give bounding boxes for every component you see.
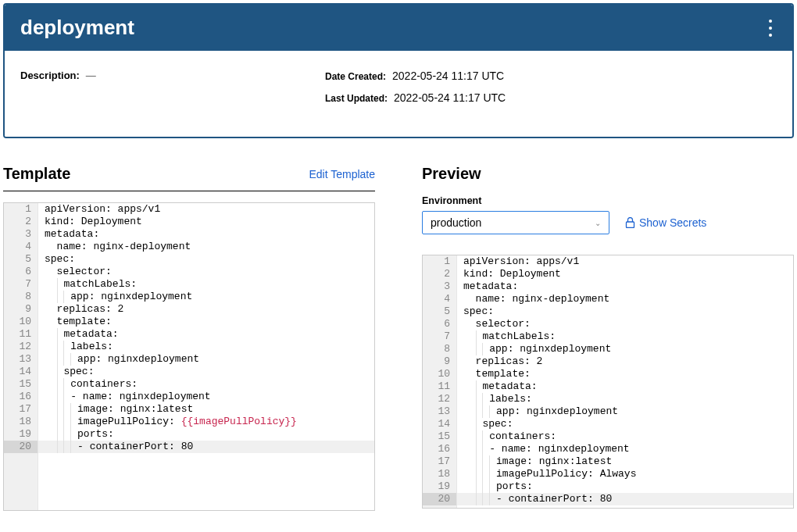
- code-line: 10 template:: [423, 368, 793, 380]
- code-line: 13 app: nginxdeployment: [4, 353, 374, 366]
- code-line: 4 name: nginx-deployment: [423, 293, 793, 305]
- code-line: 5spec:: [4, 253, 374, 266]
- description-field: Description: —: [20, 70, 325, 113]
- code-line: 15 containers:: [423, 430, 793, 443]
- code-line: 12 labels:: [423, 393, 793, 405]
- code-line: 14 spec:: [4, 366, 374, 378]
- code-line: 16 - name: nginxdeployment: [4, 391, 374, 403]
- code-line: 1apiVersion: apps/v1: [4, 203, 374, 216]
- code-line: 16 - name: nginxdeployment: [423, 443, 793, 455]
- code-line: 8 app: nginxdeployment: [423, 343, 793, 355]
- code-line: 5spec:: [423, 305, 793, 318]
- code-line: 14 spec:: [423, 418, 793, 430]
- code-line: 10 template:: [4, 316, 374, 328]
- chevron-down-icon: ⌄: [595, 219, 601, 227]
- content-columns: Template Edit Template 1apiVersion: apps…: [0, 141, 797, 511]
- lock-icon: [625, 217, 634, 228]
- description-value: —: [86, 70, 96, 81]
- card-header: deployment: [5, 5, 792, 51]
- more-actions-icon[interactable]: [764, 18, 777, 38]
- edit-template-link[interactable]: Edit Template: [309, 168, 375, 180]
- description-label: Description:: [20, 70, 80, 81]
- card-body: Description: — Date Created: 2022-05-24 …: [5, 51, 792, 137]
- preview-column: Preview Environment production ⌄ Show Se…: [422, 165, 794, 511]
- date-created-value: 2022-05-24 11:17 UTC: [392, 70, 504, 82]
- code-line: 13 app: nginxdeployment: [423, 405, 793, 418]
- template-heading-row: Template Edit Template: [3, 165, 375, 191]
- code-line: 18 imagePullPolicy: {{imagePullPolicy}}: [4, 416, 374, 428]
- template-code-panel[interactable]: 1apiVersion: apps/v12kind: Deployment3me…: [3, 202, 375, 511]
- code-line: 17 image: nginx:latest: [4, 403, 374, 416]
- code-line: 15 containers:: [4, 378, 374, 391]
- template-heading: Template: [3, 165, 70, 183]
- last-updated-label: Last Updated:: [325, 93, 388, 104]
- code-line: 9 replicas: 2: [423, 355, 793, 368]
- meta-column: Date Created: 2022-05-24 11:17 UTC Last …: [325, 70, 506, 113]
- preview-heading: Preview: [422, 165, 481, 183]
- template-variable: {{imagePullPolicy}}: [181, 416, 297, 427]
- code-line: 18 imagePullPolicy: Always: [423, 468, 793, 480]
- environment-label: Environment: [422, 195, 794, 206]
- code-line: 9 replicas: 2: [4, 303, 374, 316]
- code-line: 6 selector:: [423, 318, 793, 330]
- code-line: 7 matchLabels:: [423, 330, 793, 343]
- code-line: 11 metadata:: [4, 328, 374, 341]
- code-line: 2kind: Deployment: [4, 216, 374, 228]
- code-line: 17 image: nginx:latest: [423, 455, 793, 468]
- resource-card: deployment Description: — Date Created: …: [3, 3, 794, 138]
- code-line: 6 selector:: [4, 266, 374, 278]
- code-line: 7 matchLabels:: [4, 278, 374, 291]
- code-line: 20 - containerPort: 80: [4, 441, 374, 453]
- code-line: 3metadata:: [4, 228, 374, 241]
- code-line: 12 labels:: [4, 341, 374, 353]
- code-line: 8 app: nginxdeployment: [4, 291, 374, 303]
- code-line: 3metadata:: [423, 280, 793, 293]
- environment-select[interactable]: production ⌄: [422, 211, 609, 234]
- code-line: 11 metadata:: [423, 380, 793, 393]
- show-secrets-label: Show Secrets: [639, 216, 706, 229]
- code-line: 19 ports:: [4, 428, 374, 441]
- date-created-label: Date Created:: [325, 71, 386, 82]
- last-updated-row: Last Updated: 2022-05-24 11:17 UTC: [325, 91, 506, 104]
- environment-row: production ⌄ Show Secrets: [422, 211, 794, 234]
- last-updated-value: 2022-05-24 11:17 UTC: [394, 91, 506, 104]
- date-created-row: Date Created: 2022-05-24 11:17 UTC: [325, 70, 506, 82]
- code-line: 20 - containerPort: 80: [423, 493, 793, 505]
- code-line: 1apiVersion: apps/v1: [423, 255, 793, 268]
- template-column: Template Edit Template 1apiVersion: apps…: [3, 165, 375, 511]
- code-line: 19 ports:: [423, 480, 793, 493]
- code-line: 2kind: Deployment: [423, 268, 793, 280]
- page-title: deployment: [20, 16, 134, 40]
- preview-heading-row: Preview: [422, 165, 794, 191]
- svg-rect-0: [627, 222, 634, 228]
- code-line: 4 name: nginx-deployment: [4, 241, 374, 253]
- preview-code-panel[interactable]: 1apiVersion: apps/v12kind: Deployment3me…: [422, 255, 794, 509]
- show-secrets-button[interactable]: Show Secrets: [625, 216, 706, 229]
- environment-value: production: [431, 216, 481, 229]
